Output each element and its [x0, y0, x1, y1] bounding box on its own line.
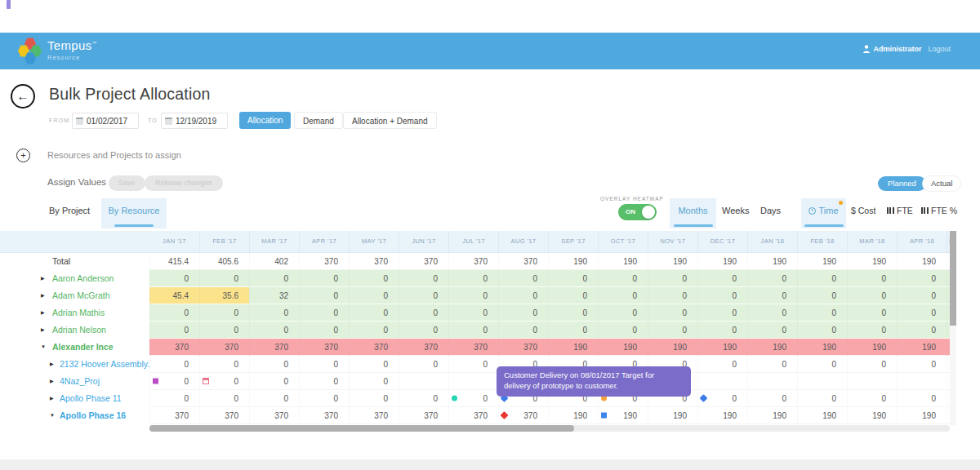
- grid-cell[interactable]: 0: [697, 390, 747, 407]
- horizontal-scrollbar[interactable]: [149, 425, 950, 432]
- release-changes-button[interactable]: Release changes: [145, 175, 223, 191]
- grid-cell[interactable]: 0: [847, 287, 897, 304]
- grid-cell[interactable]: 0: [847, 304, 897, 321]
- expand-arrow-icon[interactable]: ▶: [41, 321, 45, 339]
- grid-cell[interactable]: 0: [299, 321, 349, 339]
- grid-cell[interactable]: 0: [548, 287, 598, 304]
- grid-cell[interactable]: 190: [697, 339, 747, 356]
- grid-cell[interactable]: 190: [697, 407, 747, 424]
- tab-cost[interactable]: $ Cost: [851, 206, 875, 215]
- row-label[interactable]: ▶Aaron Anderson: [0, 270, 149, 287]
- horizontal-scrollbar-thumb[interactable]: [149, 425, 574, 432]
- grid-cell[interactable]: 0: [797, 304, 847, 321]
- logout-link[interactable]: Logout: [928, 45, 951, 53]
- collapse-arrow-icon[interactable]: ▼: [50, 407, 55, 424]
- grid-cell[interactable]: 370: [448, 339, 498, 356]
- grid-cell[interactable]: 0: [249, 373, 299, 390]
- grid-cell[interactable]: 0: [697, 287, 747, 304]
- mode-allocation-demand-button[interactable]: Allocation + Demand: [343, 112, 437, 129]
- grid-cell[interactable]: [847, 373, 897, 390]
- grid-cell[interactable]: 0: [448, 390, 498, 407]
- row-label[interactable]: ▶Apollo Phase 11: [0, 390, 149, 407]
- grid-cell[interactable]: 0: [149, 356, 199, 373]
- grid-cell[interactable]: 0: [897, 304, 947, 321]
- row-label[interactable]: ▶4Naz_Proj: [0, 373, 149, 390]
- grid-cell[interactable]: 0: [797, 390, 847, 407]
- grid-cell[interactable]: 370: [349, 253, 399, 270]
- grid-cell[interactable]: 0: [697, 304, 747, 321]
- grid-cell[interactable]: [897, 373, 947, 390]
- grid-cell[interactable]: 0: [747, 270, 797, 287]
- grid-cell[interactable]: 0: [548, 304, 598, 321]
- grid-cell[interactable]: 0: [249, 356, 299, 373]
- grid-cell[interactable]: 190: [747, 339, 797, 356]
- grid-cell[interactable]: 0: [448, 287, 498, 304]
- grid-cell[interactable]: 0: [747, 321, 797, 339]
- grid-cell[interactable]: 0: [249, 270, 299, 287]
- grid-cell[interactable]: 0: [299, 287, 349, 304]
- grid-cell[interactable]: 0: [199, 373, 249, 390]
- mode-allocation-button[interactable]: Allocation: [239, 112, 291, 129]
- grid-cell[interactable]: 370: [349, 339, 399, 356]
- grid-cell[interactable]: 0: [349, 390, 399, 407]
- grid-cell[interactable]: 0: [399, 390, 448, 407]
- row-label[interactable]: ▼Apollo Phase 16: [0, 407, 149, 424]
- to-date-field[interactable]: [161, 113, 228, 129]
- grid-cell[interactable]: 0: [797, 270, 847, 287]
- grid-cell[interactable]: 0: [199, 390, 249, 407]
- grid-cell[interactable]: 0: [399, 304, 448, 321]
- grid-cell[interactable]: [399, 373, 448, 390]
- vertical-scrollbar-thumb[interactable]: [950, 231, 956, 326]
- grid-cell[interactable]: 370: [299, 253, 349, 270]
- grid-cell[interactable]: 370: [199, 407, 249, 424]
- grid-cell[interactable]: 0: [249, 304, 299, 321]
- heatmap-toggle[interactable]: ON: [618, 204, 657, 220]
- tab-days[interactable]: Days: [760, 206, 781, 215]
- grid-cell[interactable]: [797, 373, 847, 390]
- grid-cell[interactable]: 0: [199, 356, 249, 373]
- grid-cell[interactable]: 0: [847, 321, 897, 339]
- grid-cell[interactable]: 190: [797, 253, 847, 270]
- grid-cell[interactable]: 0: [847, 270, 897, 287]
- grid-cell[interactable]: 190: [548, 339, 598, 356]
- grid-cell[interactable]: 0: [349, 287, 399, 304]
- grid-cell[interactable]: 0: [349, 270, 399, 287]
- grid-cell[interactable]: 190: [548, 407, 598, 424]
- grid-cell[interactable]: 370: [249, 407, 299, 424]
- grid-cell[interactable]: 0: [399, 270, 448, 287]
- grid-cell[interactable]: 0: [399, 287, 448, 304]
- grid-cell[interactable]: 0: [697, 356, 747, 373]
- grid-cell[interactable]: 190: [897, 339, 947, 356]
- save-button[interactable]: Save: [109, 175, 145, 191]
- row-label[interactable]: ▶Adam McGrath: [0, 287, 149, 304]
- grid-cell[interactable]: 0: [498, 304, 548, 321]
- milestone-diamond-icon[interactable]: [501, 411, 509, 419]
- milestone-calendar-icon[interactable]: [203, 378, 209, 384]
- tab-fte[interactable]: FTE: [887, 206, 913, 215]
- grid-cell[interactable]: 0: [249, 321, 299, 339]
- tab-weeks[interactable]: Weeks: [722, 206, 749, 215]
- row-label[interactable]: ▼Alexander Ince: [0, 339, 149, 356]
- grid-cell[interactable]: 370: [399, 407, 448, 424]
- grid-cell[interactable]: 0: [149, 270, 199, 287]
- grid-cell[interactable]: 415.4: [149, 253, 199, 270]
- expand-arrow-icon[interactable]: ▶: [41, 304, 45, 321]
- grid-cell[interactable]: 0: [299, 270, 349, 287]
- grid-cell[interactable]: [448, 373, 498, 390]
- grid-cell[interactable]: 0: [349, 373, 399, 390]
- grid-cell[interactable]: 0: [349, 321, 399, 339]
- grid-cell[interactable]: 190: [548, 253, 598, 270]
- expand-arrow-icon[interactable]: ▶: [41, 270, 45, 287]
- planned-toggle[interactable]: Planned: [878, 176, 926, 191]
- calendar-icon[interactable]: [165, 118, 172, 125]
- grid-cell[interactable]: 0: [797, 356, 847, 373]
- grid-cell[interactable]: 0: [897, 321, 947, 339]
- grid-cell[interactable]: 0: [149, 304, 199, 321]
- grid-cell[interactable]: 370: [149, 407, 199, 424]
- back-button[interactable]: ←: [11, 84, 35, 109]
- row-label[interactable]: Total: [0, 253, 149, 270]
- grid-cell[interactable]: 370: [299, 339, 349, 356]
- expand-resources-button[interactable]: +: [16, 149, 30, 162]
- row-label[interactable]: ▶2132 Hoover Assembly...: [0, 356, 149, 373]
- grid-cell[interactable]: 0: [648, 287, 697, 304]
